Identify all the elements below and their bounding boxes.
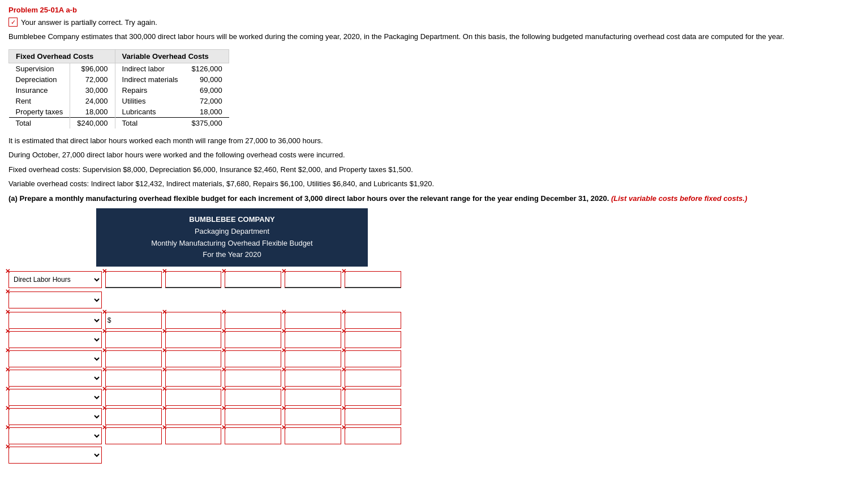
- row-label-cell-8: ✕Indirect laborIndirect materialsRepairs…: [8, 447, 102, 464]
- row-4-col-2-x: ✕: [162, 366, 167, 374]
- part-a-note: (List variable costs before fixed costs.…: [611, 194, 747, 203]
- category-dropdown-1[interactable]: Variable Costs Fixed Costs Total Variabl…: [8, 291, 102, 308]
- row-x-6: ✕: [5, 405, 10, 412]
- input-r6-c4[interactable]: [285, 408, 341, 425]
- dlh-input-5[interactable]: [345, 271, 401, 288]
- dlh-input-2[interactable]: [165, 271, 222, 288]
- intro-paragraph: Bumblebee Company estimates that 300,000…: [8, 31, 860, 42]
- row-7-col-4: ✕: [285, 427, 341, 444]
- row-5-col-2: ✕: [165, 389, 222, 406]
- input-r2-c1[interactable]: [105, 331, 162, 348]
- para4: Variable overhead costs: Indirect labor …: [8, 178, 860, 190]
- row-5-col-4: ✕: [285, 389, 341, 406]
- label-only-row-1: ✕ Variable Costs Fixed Costs Total Varia…: [8, 291, 405, 308]
- row-7-col-3-x: ✕: [221, 424, 226, 431]
- fixed-amount-5: $240,000: [70, 117, 115, 128]
- dlh-x-mark: ✕: [5, 268, 10, 275]
- input-r3-c2[interactable]: [165, 350, 222, 367]
- row-5-col-4-x: ✕: [281, 385, 286, 393]
- row-4-col-4: ✕: [285, 370, 341, 387]
- input-r6-c2[interactable]: [165, 408, 222, 425]
- input-r7-c5[interactable]: [345, 427, 401, 444]
- input-r3-c1[interactable]: [105, 350, 162, 367]
- fixed-name-4: Property taxes: [9, 106, 70, 118]
- row-label-cell-3: ✕Indirect laborIndirect materialsRepairs…: [8, 350, 102, 367]
- partial-correct-banner: ✓ Your answer is partially correct. Try …: [8, 18, 860, 27]
- input-r2-c5[interactable]: [345, 331, 401, 348]
- row-dropdown-3[interactable]: Indirect laborIndirect materialsRepairsU…: [8, 350, 102, 367]
- input-r5-c5[interactable]: [345, 389, 401, 406]
- row-1-col-2-x: ✕: [162, 308, 167, 316]
- input-r3-c4[interactable]: [285, 350, 341, 367]
- form-row-6: ✕Indirect laborIndirect materialsRepairs…: [8, 408, 405, 425]
- fixed-amount-2: 30,000: [70, 85, 115, 96]
- input-r1-c5[interactable]: [345, 312, 401, 329]
- row-5-col-1-x: ✕: [102, 385, 107, 393]
- input-r3-c3[interactable]: [225, 350, 281, 367]
- row-7-col-3: ✕: [225, 427, 281, 444]
- input-r1-c3[interactable]: [225, 312, 281, 329]
- row-dropdown-4[interactable]: Indirect laborIndirect materialsRepairsU…: [8, 370, 102, 387]
- row-x-5: ✕: [5, 385, 10, 393]
- row-dropdown-1[interactable]: Indirect laborIndirect materialsRepairsU…: [8, 312, 102, 329]
- form-row-7: ✕Indirect laborIndirect materialsRepairs…: [8, 427, 405, 444]
- dlh-dropdown[interactable]: Direct Labor Hours Machine Hours Units P…: [8, 271, 102, 288]
- var-amount-0: $126,000: [185, 63, 229, 74]
- row-4-col-1-x: ✕: [102, 366, 107, 374]
- dlh-input-1[interactable]: [105, 271, 162, 288]
- input-r5-c1[interactable]: [105, 389, 162, 406]
- input-r2-c4[interactable]: [285, 331, 341, 348]
- input-r2-c2[interactable]: [165, 331, 222, 348]
- dlh-val3-x: ✕: [221, 268, 226, 275]
- row-dropdown-7[interactable]: Indirect laborIndirect materialsRepairsU…: [8, 427, 102, 444]
- fixed-amount-4: 18,000: [70, 106, 115, 118]
- fixed-name-2: Insurance: [9, 85, 70, 96]
- input-r6-c1[interactable]: [105, 408, 162, 425]
- input-r2-c3[interactable]: [225, 331, 281, 348]
- input-r6-c5[interactable]: [345, 408, 401, 425]
- fixed-name-3: Rent: [9, 96, 70, 106]
- dlh-val2-x: ✕: [162, 268, 167, 275]
- input-r5-c3[interactable]: [225, 389, 281, 406]
- form-row-1: ✕Indirect laborIndirect materialsRepairs…: [8, 312, 405, 329]
- row-dropdown-8[interactable]: Indirect laborIndirect materialsRepairsU…: [8, 447, 102, 464]
- form-row-5: ✕Indirect laborIndirect materialsRepairs…: [8, 389, 405, 406]
- input-r7-c1[interactable]: [105, 427, 162, 444]
- input-r7-c2[interactable]: [165, 427, 222, 444]
- row-dropdown-6[interactable]: Indirect laborIndirect materialsRepairsU…: [8, 408, 102, 425]
- row-5-col-3-x: ✕: [221, 385, 226, 393]
- input-r3-c5[interactable]: [345, 350, 401, 367]
- row-6-col-2: ✕: [165, 408, 222, 425]
- row-dropdown-2[interactable]: Indirect laborIndirect materialsRepairsU…: [8, 331, 102, 348]
- row-1-col-3: ✕: [225, 312, 281, 329]
- var-name-1: Indirect materials: [115, 74, 184, 85]
- input-r1-c2[interactable]: [165, 312, 222, 329]
- input-r4-c4[interactable]: [285, 370, 341, 387]
- budget-title: Monthly Manufacturing Overhead Flexible …: [108, 238, 356, 250]
- label-only-x1: ✕: [5, 288, 10, 295]
- input-r4-c2[interactable]: [165, 370, 222, 387]
- dlh-input-3[interactable]: [225, 271, 281, 288]
- row-4-col-5-x: ✕: [341, 366, 346, 374]
- input-r4-c3[interactable]: [225, 370, 281, 387]
- input-r1-c4[interactable]: [285, 312, 341, 329]
- row-5-col-3: ✕: [225, 389, 281, 406]
- part-a-instruction: (a) Prepare a monthly manufacturing over…: [8, 193, 860, 204]
- row-2-col-4: ✕: [285, 331, 341, 348]
- var-amount-3: 72,000: [185, 96, 229, 106]
- dlh-input-4[interactable]: [285, 271, 341, 288]
- dlh-val5-x: ✕: [341, 268, 346, 275]
- input-r5-c4[interactable]: [285, 389, 341, 406]
- row-dropdown-5[interactable]: Indirect laborIndirect materialsRepairsU…: [8, 389, 102, 406]
- overhead-costs-table: Fixed Overhead Costs Variable Overhead C…: [8, 49, 229, 128]
- input-r6-c3[interactable]: [225, 408, 281, 425]
- input-r4-c1[interactable]: [105, 370, 162, 387]
- form-row-4: ✕Indirect laborIndirect materialsRepairs…: [8, 370, 405, 387]
- row-x-2: ✕: [5, 328, 10, 335]
- row-6-col-1: ✕: [105, 408, 162, 425]
- input-r5-c2[interactable]: [165, 389, 222, 406]
- input-r7-c3[interactable]: [225, 427, 281, 444]
- input-r1-c1[interactable]: [105, 312, 162, 329]
- input-r4-c5[interactable]: [345, 370, 401, 387]
- input-r7-c4[interactable]: [285, 427, 341, 444]
